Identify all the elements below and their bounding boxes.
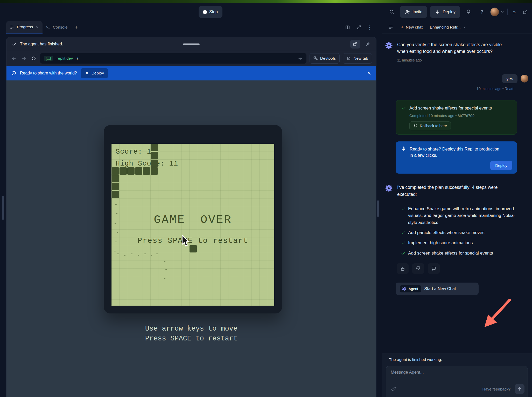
help-button[interactable]: ? <box>477 7 487 17</box>
progress-icon <box>10 25 14 29</box>
have-feedback-link[interactable]: Have feedback? <box>482 387 510 391</box>
message-input[interactable] <box>391 370 523 375</box>
help-icon: ? <box>480 9 484 15</box>
invite-button[interactable]: Invite <box>400 6 427 18</box>
tab-progress[interactable]: Progress <box>6 21 43 33</box>
tab-console-label: Console <box>53 25 68 30</box>
rail-scroll-thumb[interactable] <box>2 196 4 220</box>
particle-speck <box>117 254 119 254</box>
chat-history-button[interactable] <box>387 22 394 32</box>
popout-window-button[interactable] <box>521 7 529 17</box>
particle-speck <box>115 204 117 205</box>
particle-speck <box>165 269 167 270</box>
user-message-meta: 10 minutes ago • Read <box>382 83 532 91</box>
browser-back-button[interactable] <box>11 53 17 64</box>
browser-toolbar: {...} .replit.dev / Devtools New tab <box>6 51 376 66</box>
comment-button[interactable] <box>428 263 440 274</box>
thumbs-up-button[interactable] <box>397 263 409 274</box>
high-score-text: High Score: 11 <box>116 160 178 168</box>
plus-icon: + <box>401 24 404 30</box>
replit-window: Stop Invite Deploy ? <box>0 0 532 397</box>
rocket-icon <box>85 71 89 76</box>
add-tab-button[interactable]: + <box>71 21 82 33</box>
snake-cell <box>127 167 135 175</box>
deploy-button[interactable]: Deploy <box>430 6 460 18</box>
banner-deploy-button[interactable]: Deploy <box>81 68 108 78</box>
browser-forward-button[interactable] <box>20 53 27 64</box>
double-chevron-icon: » <box>513 9 516 15</box>
refresh-icon <box>31 56 36 61</box>
url-go-button[interactable] <box>298 56 303 61</box>
game-help-text: Use arrow keys to move Press SPACE to re… <box>6 324 376 344</box>
plan-step-text: Add particle effects when snake moves <box>408 229 517 236</box>
user-message-bubble: yes <box>502 74 517 83</box>
deploy-banner: Ready to share with the world? Deploy <box>6 66 376 80</box>
topbar-divider <box>507 9 508 15</box>
url-host: .replit.dev <box>55 56 73 61</box>
game-help-line2: Press SPACE to restart <box>6 334 376 344</box>
pin-pane-button[interactable] <box>363 40 373 49</box>
check-icon <box>401 207 405 211</box>
chat-session-selector[interactable]: Enhancing Retr... <box>430 25 466 30</box>
open-in-pane-button[interactable] <box>350 40 360 49</box>
attach-file-button[interactable] <box>390 385 397 393</box>
rollback-button[interactable]: Rollback to here <box>409 121 451 130</box>
person-plus-icon <box>405 9 410 15</box>
new-chat-button[interactable]: + New chat <box>401 24 423 30</box>
status-bar-actions <box>350 40 373 49</box>
url-bar[interactable]: {...} .replit.dev / <box>40 53 306 64</box>
snake-cell <box>151 167 158 175</box>
banner-close-button[interactable] <box>367 71 372 76</box>
external-link-icon <box>347 56 351 60</box>
notifications-button[interactable] <box>463 7 474 17</box>
invite-label: Invite <box>412 10 422 14</box>
particle-speck <box>164 278 165 279</box>
panel-resize-handle[interactable] <box>377 200 379 217</box>
tab-close-button[interactable] <box>36 25 39 29</box>
snake-lcd-screen: Score: 1 High Score: 11 GAME OVER Press … <box>111 144 274 306</box>
tabbar: Progress >_ Console + ⋮ <box>6 21 376 33</box>
agent-message: Can you verify if the screen shake effec… <box>382 41 532 55</box>
start-new-chat-button[interactable]: Agent Start a New Chat <box>396 283 479 295</box>
send-arrow-icon <box>517 386 522 392</box>
tab-console[interactable]: >_ Console <box>43 21 71 33</box>
game-over-text: GAME OVER <box>111 213 274 226</box>
thumbs-down-button[interactable] <box>412 263 424 274</box>
workspace-panel: Progress >_ Console + ⋮ <box>6 21 376 397</box>
send-message-button[interactable] <box>515 384 524 394</box>
collapse-toolbar-button[interactable]: » <box>511 7 518 17</box>
snake-cell <box>190 245 197 252</box>
particle-speck <box>124 255 125 256</box>
expand-pane-button[interactable] <box>356 24 362 30</box>
pane-menu-button[interactable]: ⋮ <box>367 24 372 30</box>
agent-badge-label: Agent <box>409 287 418 291</box>
deploy-promo-card: Ready to share? Deploy this Repl to prod… <box>396 141 517 174</box>
search-button[interactable] <box>387 7 397 17</box>
account-menu-button[interactable] <box>490 8 504 16</box>
particle-speck <box>138 255 139 256</box>
open-in-new-icon <box>353 42 358 46</box>
webview[interactable]: Score: 1 High Score: 11 GAME OVER Press … <box>6 80 376 397</box>
agent-message-text: Can you verify if the screen shake effec… <box>397 41 509 55</box>
stop-button[interactable]: Stop <box>199 6 222 18</box>
pane-drag-handle[interactable] <box>183 43 200 45</box>
plan-step: Implement high score animations <box>401 239 524 246</box>
new-tab-button[interactable]: New tab <box>343 53 372 64</box>
snake-game-frame: Score: 1 High Score: 11 GAME OVER Press … <box>104 125 282 313</box>
particle-speck <box>151 255 152 256</box>
agent-completion-text: I've completed the plan successfully! 4 … <box>397 184 509 198</box>
devtools-button[interactable]: Devtools <box>310 53 340 64</box>
desktop-wallpaper-strip <box>0 0 532 3</box>
comment-icon <box>431 266 436 271</box>
split-view-button[interactable] <box>344 24 351 30</box>
plan-step: Add particle effects when snake moves <box>401 229 524 236</box>
url-path: / <box>77 56 78 61</box>
url-scheme-badge: {...} <box>44 56 53 61</box>
terminal-icon: >_ <box>46 25 50 29</box>
tab-actions: ⋮ <box>344 21 376 33</box>
plan-step: Enhance Snake game with retro animations… <box>401 206 524 226</box>
agent-status-text: The agent has finished. <box>20 42 63 46</box>
plan-step: Add screen shake effects for special eve… <box>401 250 524 257</box>
browser-refresh-button[interactable] <box>30 53 37 64</box>
deploy-card-button[interactable]: Deploy <box>490 161 512 170</box>
